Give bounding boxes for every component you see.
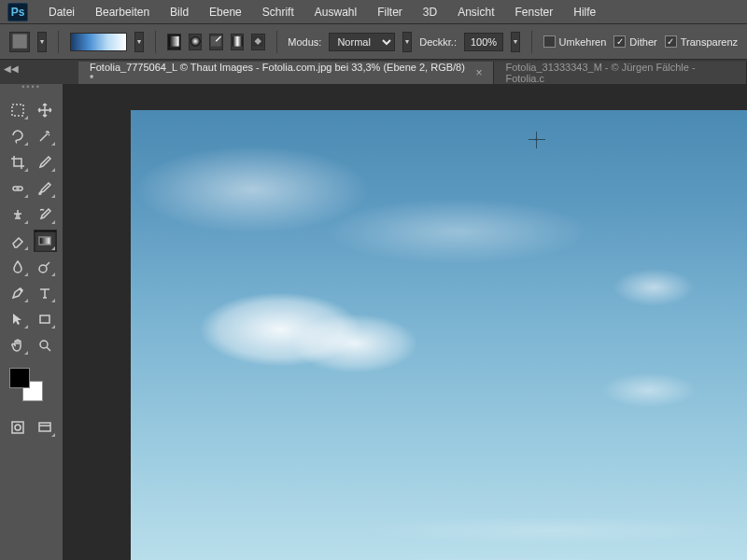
deckkraft-label: Deckkr.:	[419, 36, 457, 48]
gradient-radial[interactable]	[189, 34, 203, 50]
svg-rect-4	[232, 36, 242, 47]
history-brush-tool[interactable]	[34, 203, 58, 226]
transparenz-label: Transparenz	[681, 36, 738, 48]
svg-rect-7	[12, 105, 23, 116]
separator	[531, 31, 532, 53]
svg-rect-15	[39, 423, 50, 431]
close-icon[interactable]: ×	[475, 66, 482, 79]
tab-title: Fotolia_7775064_L © Thaut Images - Fotol…	[90, 62, 468, 84]
eraser-tool[interactable]	[6, 230, 30, 252]
healing-brush-tool[interactable]	[6, 177, 30, 200]
panel-grip-icon[interactable]: ••••	[21, 82, 41, 91]
svg-point-2	[190, 36, 200, 47]
lasso-tool[interactable]	[6, 125, 30, 147]
type-tool[interactable]	[34, 282, 58, 304]
gradient-picker-dropdown[interactable]: ▾	[134, 32, 144, 52]
path-selection-tool[interactable]	[6, 308, 30, 330]
gradient-angle[interactable]	[209, 34, 223, 50]
gradient-reflected[interactable]	[231, 34, 245, 50]
gradient-tool[interactable]	[34, 230, 58, 252]
brush-tool[interactable]	[34, 177, 58, 200]
panel-collapse-icon[interactable]: ◀◀	[4, 63, 19, 74]
gradient-diamond[interactable]	[251, 34, 265, 50]
menu-fenster[interactable]: Fenster	[506, 2, 563, 22]
tool-preset-dropdown[interactable]: ▾	[37, 32, 47, 52]
svg-rect-13	[12, 422, 23, 433]
menu-3d[interactable]: 3D	[414, 2, 446, 22]
app-logo: Ps	[7, 3, 28, 21]
deckkraft-dropdown[interactable]: ▾	[511, 32, 520, 52]
deckkraft-input[interactable]	[464, 33, 503, 51]
menu-hilfe[interactable]: Hilfe	[564, 2, 605, 22]
zoom-tool[interactable]	[34, 334, 58, 357]
workspace: ••••	[0, 84, 747, 560]
modus-select[interactable]: Normal	[329, 33, 395, 51]
dodge-tool[interactable]	[34, 256, 58, 278]
umkehren-checkbox[interactable]: Umkehren	[543, 35, 607, 48]
rectangle-tool[interactable]	[34, 308, 58, 330]
separator	[155, 31, 156, 53]
quick-mask-tool[interactable]	[6, 416, 30, 439]
svg-rect-1	[169, 36, 179, 47]
svg-rect-11	[40, 315, 49, 323]
checkbox-icon: ✓	[613, 35, 626, 48]
document-canvas[interactable]	[131, 110, 747, 560]
menu-bild[interactable]: Bild	[161, 2, 198, 22]
svg-point-12	[40, 341, 48, 348]
svg-point-14	[15, 425, 21, 430]
modus-dropdown[interactable]: ▾	[402, 32, 412, 52]
toolbox: ••••	[0, 84, 63, 560]
tool-preset-picker[interactable]	[9, 32, 30, 52]
color-swatches[interactable]	[9, 368, 43, 401]
svg-rect-9	[39, 237, 50, 245]
transparenz-checkbox[interactable]: ✓ Transparenz	[665, 35, 738, 48]
checkbox-icon	[543, 35, 556, 48]
menu-filter[interactable]: Filter	[368, 2, 412, 22]
screen-mode-tool[interactable]	[34, 416, 58, 439]
marquee-tool[interactable]	[6, 99, 30, 121]
document-tab-inactive[interactable]: Fotolia_31333343_M - © Jürgen Fälchle - …	[494, 62, 747, 84]
svg-rect-0	[13, 35, 27, 49]
svg-point-10	[39, 265, 47, 273]
options-bar: ▾ ▾ Modus: Normal ▾ Deckkr.: ▾ Umkehren …	[0, 24, 747, 60]
clone-stamp-tool[interactable]	[6, 203, 30, 226]
pen-tool[interactable]	[6, 282, 30, 304]
move-tool[interactable]	[34, 99, 58, 121]
menu-auswahl[interactable]: Auswahl	[305, 2, 366, 22]
foreground-color[interactable]	[9, 368, 30, 388]
tab-title: Fotolia_31333343_M - © Jürgen Fälchle - …	[505, 62, 735, 84]
eyedropper-tool[interactable]	[34, 151, 58, 174]
checkbox-icon: ✓	[665, 35, 677, 48]
menu-ansicht[interactable]: Ansicht	[448, 2, 503, 22]
gradient-linear[interactable]	[167, 34, 181, 50]
modus-label: Modus:	[288, 36, 321, 48]
document-tab-bar: ◀◀ Fotolia_7775064_L © Thaut Images - Fo…	[0, 60, 747, 84]
magic-wand-tool[interactable]	[34, 125, 58, 147]
umkehren-label: Umkehren	[559, 36, 607, 48]
hand-tool[interactable]	[6, 334, 30, 357]
menu-schrift[interactable]: Schrift	[253, 2, 303, 22]
canvas-image	[131, 110, 747, 560]
dither-checkbox[interactable]: ✓ Dither	[613, 35, 656, 48]
separator	[276, 31, 277, 53]
menu-bar: Ps Datei Bearbeiten Bild Ebene Schrift A…	[0, 0, 747, 24]
menu-bearbeiten[interactable]: Bearbeiten	[86, 2, 159, 22]
menu-ebene[interactable]: Ebene	[200, 2, 251, 22]
dither-label: Dither	[629, 36, 656, 48]
blur-tool[interactable]	[6, 256, 30, 278]
crop-tool[interactable]	[6, 151, 30, 174]
canvas-area[interactable]	[63, 84, 747, 560]
gradient-preview[interactable]	[70, 33, 127, 51]
menu-datei[interactable]: Datei	[39, 2, 84, 22]
document-tab-active[interactable]: Fotolia_7775064_L © Thaut Images - Fotol…	[78, 62, 494, 84]
separator	[58, 31, 59, 53]
